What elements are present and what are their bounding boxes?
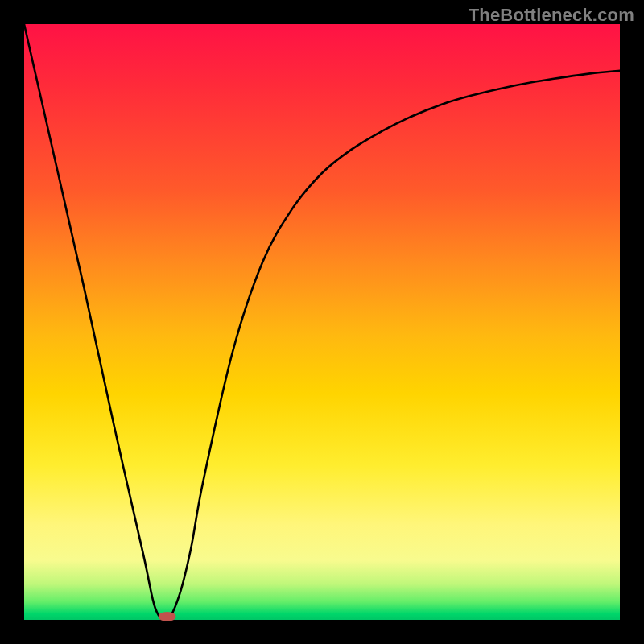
curve-layer: [24, 24, 620, 620]
attribution-label: TheBottleneck.com: [469, 5, 634, 26]
plot-area: [24, 24, 620, 620]
chart-frame: TheBottleneck.com: [0, 0, 644, 644]
bottleneck-curve: [24, 24, 620, 621]
min-marker: [159, 612, 176, 621]
